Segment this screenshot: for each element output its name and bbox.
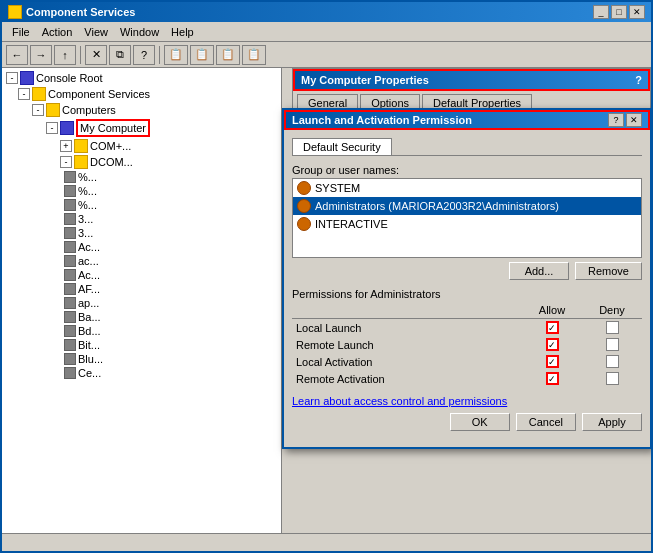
tree-label-my-computer: My Computer: [76, 119, 150, 137]
folder-icon-comp: [46, 103, 60, 117]
tree-item-computers[interactable]: - Computers: [4, 102, 279, 118]
deny-remote-launch-checkbox[interactable]: [606, 338, 619, 351]
allow-remote-launch-checkbox[interactable]: [546, 338, 559, 351]
export-button[interactable]: 📋: [164, 45, 188, 65]
table-row: Local Activation: [292, 353, 642, 370]
menu-view[interactable]: View: [78, 25, 114, 39]
apply-button[interactable]: Apply: [582, 413, 642, 431]
launch-permission-dialog: Launch and Activation Permission ? ✕ Def…: [282, 108, 651, 449]
content-area: - Console Root - Component Services - Co…: [2, 68, 651, 533]
user-item-system[interactable]: SYSTEM: [293, 179, 641, 197]
allow-local-launch-checkbox[interactable]: [546, 321, 559, 334]
expand-icon-dcom[interactable]: -: [60, 156, 72, 168]
list-item[interactable]: Ce...: [64, 366, 279, 380]
menu-file[interactable]: File: [6, 25, 36, 39]
dialog-help-button[interactable]: ?: [608, 113, 624, 127]
perm-name-local-activation: Local Activation: [292, 353, 522, 370]
menu-window[interactable]: Window: [114, 25, 165, 39]
tree-item-component-services[interactable]: - Component Services: [4, 86, 279, 102]
user-icon-administrators: [297, 199, 311, 213]
item-icon: [64, 199, 76, 211]
dialog-close-button[interactable]: ✕: [626, 113, 642, 127]
dialog-tab-default-security[interactable]: Default Security: [292, 138, 392, 155]
deny-local-launch-checkbox[interactable]: [606, 321, 619, 334]
list-item[interactable]: Bd...: [64, 324, 279, 338]
allow-local-activation-checkbox[interactable]: [546, 355, 559, 368]
list-item[interactable]: Ac...: [64, 240, 279, 254]
ok-button[interactable]: OK: [450, 413, 510, 431]
delete-button[interactable]: ✕: [85, 45, 107, 65]
tree-item-console-root[interactable]: - Console Root: [4, 70, 279, 86]
expand-icon-comp[interactable]: -: [32, 104, 44, 116]
item-icon: [64, 255, 76, 267]
list-item[interactable]: 3...: [64, 226, 279, 240]
list-item[interactable]: ac...: [64, 254, 279, 268]
window-title: Component Services: [26, 6, 135, 18]
settings-button[interactable]: 📋: [242, 45, 266, 65]
cancel-button[interactable]: Cancel: [516, 413, 576, 431]
perm-name-local-launch: Local Launch: [292, 319, 522, 337]
app-icon: [8, 5, 22, 19]
users-list: SYSTEM Administrators (MARIORA2003R2\Adm…: [292, 178, 642, 258]
user-item-interactive[interactable]: INTERACTIVE: [293, 215, 641, 233]
properties-title-text: My Computer Properties: [301, 74, 429, 86]
item-icon: [64, 227, 76, 239]
item-icon: [64, 171, 76, 183]
toolbar: ← → ↑ ✕ ⧉ ? 📋 📋 📋 📋: [2, 42, 651, 68]
list-item[interactable]: Ba...: [64, 310, 279, 324]
expand-icon-mycomp[interactable]: -: [46, 122, 58, 134]
list-item[interactable]: %...: [64, 184, 279, 198]
item-icon: [64, 269, 76, 281]
permissions-label: Permissions for Administrators: [292, 288, 642, 300]
tree-item-my-computer[interactable]: - My Computer: [4, 118, 279, 138]
list-item[interactable]: 3...: [64, 212, 279, 226]
add-button[interactable]: Add...: [509, 262, 569, 280]
user-buttons-row: Add... Remove: [292, 262, 642, 280]
item-icon: [64, 311, 76, 323]
tree-item-com[interactable]: + COM+...: [4, 138, 279, 154]
tree-label-computers: Computers: [62, 104, 116, 116]
back-button[interactable]: ←: [6, 45, 28, 65]
item-icon: [64, 339, 76, 351]
minimize-button[interactable]: _: [593, 5, 609, 19]
maximize-button[interactable]: □: [611, 5, 627, 19]
remove-button[interactable]: Remove: [575, 262, 642, 280]
tree-panel: - Console Root - Component Services - Co…: [2, 68, 282, 533]
refresh-button[interactable]: 📋: [216, 45, 240, 65]
forward-button[interactable]: →: [30, 45, 52, 65]
list-item[interactable]: Blu...: [64, 352, 279, 366]
allow-remote-activation-checkbox[interactable]: [546, 372, 559, 385]
item-icon: [64, 283, 76, 295]
user-label-interactive: INTERACTIVE: [315, 218, 388, 230]
user-item-administrators[interactable]: Administrators (MARIORA2003R2\Administra…: [293, 197, 641, 215]
close-button[interactable]: ✕: [629, 5, 645, 19]
tree-label-dcom: DCOM...: [90, 156, 133, 168]
list-item[interactable]: AF...: [64, 282, 279, 296]
view-button[interactable]: 📋: [190, 45, 214, 65]
item-icon: [64, 213, 76, 225]
item-icon: [64, 353, 76, 365]
perm-name-remote-activation: Remote Activation: [292, 370, 522, 387]
up-button[interactable]: ↑: [54, 45, 76, 65]
list-item[interactable]: %...: [64, 170, 279, 184]
tree-label-cs: Component Services: [48, 88, 150, 100]
item-icon: [64, 241, 76, 253]
list-item[interactable]: %...: [64, 198, 279, 212]
list-item[interactable]: Bit...: [64, 338, 279, 352]
help-question: ?: [635, 74, 642, 86]
expand-icon-com[interactable]: +: [60, 140, 72, 152]
access-control-link[interactable]: Learn about access control and permissio…: [292, 395, 507, 407]
toolbar-separator-1: [80, 46, 81, 64]
menu-bar: File Action View Window Help: [2, 22, 651, 42]
help-button[interactable]: ?: [133, 45, 155, 65]
deny-local-activation-checkbox[interactable]: [606, 355, 619, 368]
menu-help[interactable]: Help: [165, 25, 200, 39]
list-item[interactable]: Ac...: [64, 268, 279, 282]
menu-action[interactable]: Action: [36, 25, 79, 39]
list-item[interactable]: ap...: [64, 296, 279, 310]
expand-icon[interactable]: -: [6, 72, 18, 84]
tree-item-dcom[interactable]: - DCOM...: [4, 154, 279, 170]
expand-icon-cs[interactable]: -: [18, 88, 30, 100]
deny-remote-activation-checkbox[interactable]: [606, 372, 619, 385]
properties-button[interactable]: ⧉: [109, 45, 131, 65]
